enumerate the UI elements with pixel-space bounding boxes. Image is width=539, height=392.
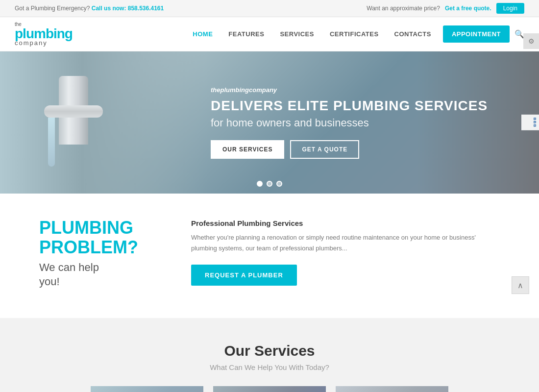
logo-plumbing: plumbing	[15, 27, 73, 41]
logo-company: company	[15, 40, 73, 46]
scroll-to-top-button[interactable]: ∧	[512, 276, 529, 294]
top-bar: Got a Plumbing Emergency? Call us now: 8…	[0, 0, 539, 17]
hero-subheadline: for home owners and businesses	[211, 117, 488, 129]
services-section: Our Services What Can We Help You With T…	[0, 318, 539, 392]
bbb-badge: BBB	[521, 115, 539, 130]
service-card-image-1	[91, 386, 203, 392]
search-icon[interactable]: 🔍	[514, 29, 524, 39]
emergency-notice: Got a Plumbing Emergency? Call us now: 8…	[15, 5, 164, 12]
service-card-1[interactable]	[91, 386, 203, 392]
services-subtitle: What Can We Help You With Today?	[15, 363, 524, 371]
quote-section: Want an approximate price? Get a free qu…	[367, 3, 524, 14]
water-stream	[48, 118, 55, 167]
our-services-button[interactable]: OUR SERVICES	[211, 140, 284, 159]
service-card-2[interactable]	[213, 386, 326, 392]
nav-home[interactable]: HOME	[185, 25, 220, 43]
mid-subtitle: We can help you!	[39, 261, 162, 289]
mid-subtitle-line1: We can help	[39, 261, 162, 275]
slide-dot-1[interactable]	[257, 181, 263, 187]
service-card-3[interactable]	[336, 386, 448, 392]
faucet-spout	[44, 105, 103, 118]
hero-brand-text: theplumbingcompany	[211, 86, 277, 94]
hero-brand: theplumbingcompany	[211, 86, 488, 94]
nav-contacts[interactable]: CONTACTS	[387, 25, 439, 43]
slide-dot-2[interactable]	[267, 181, 272, 187]
mid-title: PLUMBING PROBLEM?	[39, 218, 162, 257]
service-card-image-2	[213, 386, 326, 392]
appointment-button[interactable]: APPOINTMENT	[443, 25, 510, 43]
hero-headline: DELIVERS ELITE PLUMBING SERVICES	[211, 98, 488, 114]
hero-section: theplumbingcompany DELIVERS ELITE PLUMBI…	[0, 51, 539, 194]
emergency-text: Got a Plumbing Emergency?	[15, 5, 90, 12]
faucet-visual	[0, 51, 206, 194]
mid-subtitle-line2: you!	[39, 275, 162, 289]
faucet-shape	[20, 61, 127, 179]
nav-services[interactable]: SERVICES	[272, 25, 322, 43]
services-title: Our Services	[15, 343, 524, 359]
service-card-image-3	[336, 386, 448, 392]
services-cards	[15, 386, 524, 392]
mid-right: Professional Plumbing Services Whether y…	[191, 218, 500, 286]
request-plumber-button[interactable]: REQUEST A PLUMBER	[191, 265, 297, 286]
login-button[interactable]: Login	[496, 3, 524, 14]
slide-dots	[257, 181, 282, 187]
hero-content: theplumbingcompany DELIVERS ELITE PLUMBI…	[211, 86, 488, 159]
bbb-text: BBB	[533, 118, 537, 127]
main-nav: HOME FEATURES SERVICES CERTIFICATES CONT…	[185, 25, 524, 43]
hero-buttons: OUR SERVICES GET A QUOTE	[211, 140, 488, 159]
mid-section: PLUMBING PROBLEM? We can help you! Profe…	[0, 194, 539, 318]
nav-features[interactable]: FEATURES	[220, 25, 272, 43]
chevron-up-icon: ∧	[517, 281, 523, 290]
mid-left: PLUMBING PROBLEM? We can help you!	[39, 218, 162, 289]
call-link[interactable]: Call us now: 858.536.4161	[92, 5, 164, 12]
service-title: Professional Plumbing Services	[191, 219, 500, 227]
get-quote-button[interactable]: GET A QUOTE	[290, 140, 359, 159]
quote-text: Want an approximate price?	[367, 5, 440, 12]
header: the plumbing company HOME FEATURES SERVI…	[0, 17, 539, 51]
hero-faucet-image	[0, 51, 206, 194]
nav-certificates[interactable]: CERTIFICATES	[322, 25, 387, 43]
mid-title-line2: PROBLEM?	[39, 238, 162, 257]
slide-dot-3[interactable]	[276, 181, 282, 187]
gear-icon[interactable]: ⚙	[523, 33, 539, 49]
logo: the plumbing company	[15, 22, 73, 46]
mid-title-line1: PLUMBING	[39, 218, 162, 238]
service-description: Whether you're planning a renovation or …	[191, 232, 500, 254]
quote-link[interactable]: Get a free quote.	[445, 5, 491, 12]
